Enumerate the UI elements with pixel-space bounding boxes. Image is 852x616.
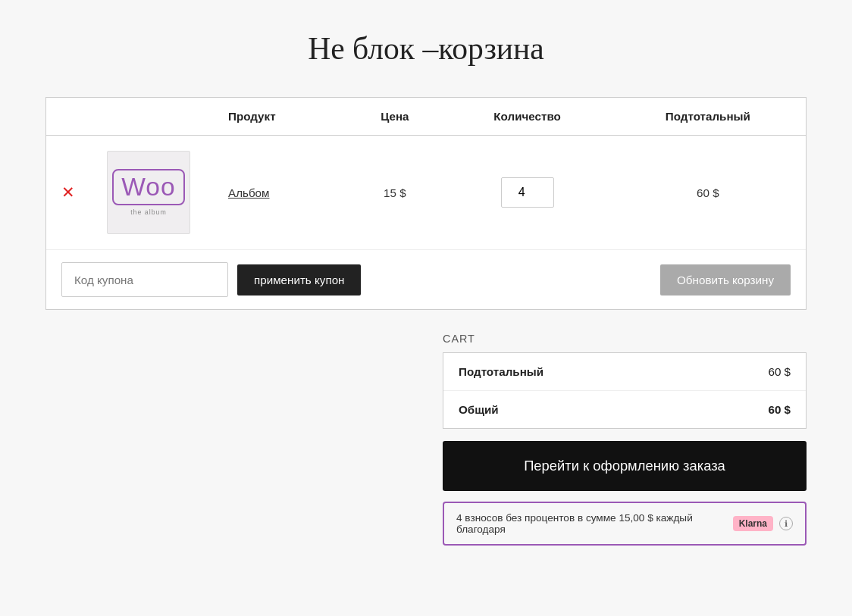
col-product-header: Продукт [213,98,345,136]
cart-table: Продукт Цена Количество Подтотальный ✕ W… [46,98,806,250]
remove-button[interactable]: ✕ [61,185,75,201]
subtotal-cell: 60 $ [610,136,806,250]
klarna-badge: Klarna [733,516,773,531]
cart-table-wrapper: Продукт Цена Количество Подтотальный ✕ W… [45,97,807,310]
woo-sub-text: the album [130,208,167,216]
cart-totals-section: CART Подтотальный 60 $ Общий 60 $ Перейт… [45,333,807,546]
product-price: 15 $ [384,186,406,199]
image-cell: Woo the album [92,136,213,250]
page-title: Не блок –корзина [45,30,807,67]
product-image: Woo the album [107,151,190,234]
product-name-cell: Альбом [213,136,345,250]
subtotal-row: Подтотальный 60 $ [443,353,806,391]
product-subtotal: 60 $ [697,186,719,199]
product-link[interactable]: Альбом [228,186,270,199]
subtotal-label: Подтотальный [459,365,768,378]
subtotal-value: 60 $ [768,365,791,378]
cart-totals-box: Подтотальный 60 $ Общий 60 $ [443,352,807,429]
cart-totals-wrapper: CART Подтотальный 60 $ Общий 60 $ Перейт… [443,333,807,546]
total-row: Общий 60 $ [443,391,806,428]
col-remove [46,98,92,136]
update-cart-button[interactable]: Обновить корзину [660,264,791,295]
cart-totals-title: CART [443,333,807,345]
col-subtotal-header: Подтотальный [610,98,806,136]
qty-cell [445,136,610,250]
table-row: ✕ Woo the album Альбом 15 $ [46,136,806,250]
woo-logo: Woo the album [112,169,184,216]
cart-actions: применить купон Обновить корзину [46,250,806,309]
klarna-banner: 4 взносов без процентов в сумме 15,00 $ … [443,502,807,546]
price-cell: 15 $ [345,136,444,250]
col-image [92,98,213,136]
col-price-header: Цена [345,98,444,136]
col-qty-header: Количество [445,98,610,136]
total-label: Общий [459,403,768,416]
quantity-input[interactable] [501,177,554,208]
checkout-button[interactable]: Перейти к оформлению заказа [443,441,807,491]
remove-cell: ✕ [46,136,92,250]
total-value: 60 $ [768,403,791,416]
apply-coupon-button[interactable]: применить купон [237,264,361,295]
info-icon[interactable]: ℹ [779,517,793,530]
klarna-text: 4 взносов без процентов в сумме 15,00 $ … [456,512,727,535]
coupon-input[interactable] [61,262,228,297]
woo-logo-text: Woo [112,169,184,205]
